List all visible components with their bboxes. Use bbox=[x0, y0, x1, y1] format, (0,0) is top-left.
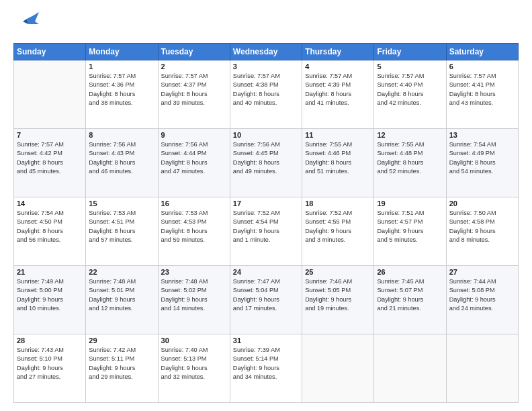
day-info: Sunrise: 7:52 AMSunset: 4:54 PMDaylight:… bbox=[233, 209, 299, 244]
day-cell bbox=[374, 334, 446, 403]
day-cell: 27Sunrise: 7:44 AMSunset: 5:08 PMDayligh… bbox=[446, 266, 518, 334]
day-cell: 21Sunrise: 7:49 AMSunset: 5:00 PMDayligh… bbox=[14, 266, 86, 334]
day-cell: 16Sunrise: 7:53 AMSunset: 4:53 PMDayligh… bbox=[158, 197, 230, 266]
day-cell: 7Sunrise: 7:57 AMSunset: 4:42 PMDaylight… bbox=[14, 129, 86, 197]
day-number: 25 bbox=[305, 268, 371, 276]
day-number: 30 bbox=[161, 336, 227, 345]
week-row-5: 28Sunrise: 7:43 AMSunset: 5:10 PMDayligh… bbox=[14, 334, 519, 403]
day-info: Sunrise: 7:57 AMSunset: 4:42 PMDaylight:… bbox=[17, 140, 83, 176]
day-number: 21 bbox=[17, 268, 83, 276]
day-info: Sunrise: 7:39 AMSunset: 5:14 PMDaylight:… bbox=[233, 346, 299, 381]
day-cell bbox=[302, 334, 374, 403]
day-cell: 19Sunrise: 7:51 AMSunset: 4:57 PMDayligh… bbox=[374, 197, 446, 266]
day-cell: 5Sunrise: 7:57 AMSunset: 4:40 PMDaylight… bbox=[374, 60, 446, 129]
day-number: 16 bbox=[161, 199, 227, 208]
calendar-header: SundayMondayTuesdayWednesdayThursdayFrid… bbox=[14, 44, 519, 60]
day-info: Sunrise: 7:48 AMSunset: 5:02 PMDaylight:… bbox=[161, 277, 227, 313]
day-number: 17 bbox=[233, 199, 299, 208]
day-cell: 24Sunrise: 7:47 AMSunset: 5:04 PMDayligh… bbox=[230, 266, 302, 334]
header bbox=[13, 12, 519, 38]
day-number: 2 bbox=[161, 62, 227, 71]
day-cell: 26Sunrise: 7:45 AMSunset: 5:07 PMDayligh… bbox=[374, 266, 446, 334]
calendar-table: SundayMondayTuesdayWednesdayThursdayFrid… bbox=[13, 43, 519, 403]
day-number: 13 bbox=[449, 131, 515, 139]
day-cell: 22Sunrise: 7:48 AMSunset: 5:01 PMDayligh… bbox=[86, 266, 158, 334]
day-cell: 23Sunrise: 7:48 AMSunset: 5:02 PMDayligh… bbox=[158, 266, 230, 334]
day-number: 29 bbox=[89, 336, 154, 345]
day-info: Sunrise: 7:52 AMSunset: 4:55 PMDaylight:… bbox=[305, 209, 371, 244]
day-info: Sunrise: 7:56 AMSunset: 4:45 PMDaylight:… bbox=[233, 140, 299, 176]
day-info: Sunrise: 7:44 AMSunset: 5:08 PMDaylight:… bbox=[449, 277, 515, 313]
day-number: 14 bbox=[17, 199, 83, 208]
day-info: Sunrise: 7:43 AMSunset: 5:10 PMDaylight:… bbox=[17, 346, 83, 381]
day-info: Sunrise: 7:45 AMSunset: 5:07 PMDaylight:… bbox=[377, 277, 443, 313]
week-row-2: 7Sunrise: 7:57 AMSunset: 4:42 PMDaylight… bbox=[14, 129, 519, 197]
day-info: Sunrise: 7:51 AMSunset: 4:57 PMDaylight:… bbox=[377, 209, 443, 244]
day-number: 12 bbox=[377, 131, 443, 139]
day-number: 15 bbox=[89, 199, 154, 208]
day-info: Sunrise: 7:54 AMSunset: 4:50 PMDaylight:… bbox=[17, 209, 83, 244]
day-info: Sunrise: 7:57 AMSunset: 4:40 PMDaylight:… bbox=[377, 72, 443, 107]
day-cell: 8Sunrise: 7:56 AMSunset: 4:43 PMDaylight… bbox=[86, 129, 158, 197]
day-info: Sunrise: 7:55 AMSunset: 4:48 PMDaylight:… bbox=[377, 140, 443, 176]
day-number: 24 bbox=[233, 268, 299, 276]
page: SundayMondayTuesdayWednesdayThursdayFrid… bbox=[0, 0, 532, 411]
day-cell: 31Sunrise: 7:39 AMSunset: 5:14 PMDayligh… bbox=[230, 334, 302, 403]
day-cell: 20Sunrise: 7:50 AMSunset: 4:58 PMDayligh… bbox=[446, 197, 518, 266]
header-cell-tuesday: Tuesday bbox=[158, 44, 230, 60]
day-cell: 11Sunrise: 7:55 AMSunset: 4:46 PMDayligh… bbox=[302, 129, 374, 197]
day-cell: 28Sunrise: 7:43 AMSunset: 5:10 PMDayligh… bbox=[14, 334, 86, 403]
calendar-body: 1Sunrise: 7:57 AMSunset: 4:36 PMDaylight… bbox=[14, 60, 519, 403]
day-info: Sunrise: 7:57 AMSunset: 4:36 PMDaylight:… bbox=[89, 72, 154, 107]
day-number: 10 bbox=[233, 131, 299, 139]
day-number: 5 bbox=[377, 62, 443, 71]
day-number: 8 bbox=[89, 131, 154, 139]
day-cell: 13Sunrise: 7:54 AMSunset: 4:49 PMDayligh… bbox=[446, 129, 518, 197]
day-info: Sunrise: 7:46 AMSunset: 5:05 PMDaylight:… bbox=[305, 277, 371, 313]
day-cell: 12Sunrise: 7:55 AMSunset: 4:48 PMDayligh… bbox=[374, 129, 446, 197]
day-number: 6 bbox=[449, 62, 515, 71]
day-info: Sunrise: 7:53 AMSunset: 4:53 PMDaylight:… bbox=[161, 209, 227, 244]
header-cell-wednesday: Wednesday bbox=[230, 44, 302, 60]
day-number: 1 bbox=[89, 62, 154, 71]
day-info: Sunrise: 7:57 AMSunset: 4:39 PMDaylight:… bbox=[305, 72, 371, 107]
header-cell-thursday: Thursday bbox=[302, 44, 374, 60]
day-number: 26 bbox=[377, 268, 443, 276]
day-cell: 1Sunrise: 7:57 AMSunset: 4:36 PMDaylight… bbox=[86, 60, 158, 129]
day-info: Sunrise: 7:40 AMSunset: 5:13 PMDaylight:… bbox=[161, 346, 227, 381]
day-number: 19 bbox=[377, 199, 443, 208]
week-row-3: 14Sunrise: 7:54 AMSunset: 4:50 PMDayligh… bbox=[14, 197, 519, 266]
day-cell: 10Sunrise: 7:56 AMSunset: 4:45 PMDayligh… bbox=[230, 129, 302, 197]
day-cell: 4Sunrise: 7:57 AMSunset: 4:39 PMDaylight… bbox=[302, 60, 374, 129]
day-info: Sunrise: 7:53 AMSunset: 4:51 PMDaylight:… bbox=[89, 209, 154, 244]
day-number: 3 bbox=[233, 62, 299, 71]
day-number: 18 bbox=[305, 199, 371, 208]
header-cell-sunday: Sunday bbox=[14, 44, 86, 60]
day-info: Sunrise: 7:56 AMSunset: 4:44 PMDaylight:… bbox=[161, 140, 227, 176]
logo bbox=[13, 12, 40, 38]
day-number: 4 bbox=[305, 62, 371, 71]
day-number: 28 bbox=[17, 336, 83, 345]
header-row: SundayMondayTuesdayWednesdayThursdayFrid… bbox=[14, 44, 519, 60]
day-info: Sunrise: 7:54 AMSunset: 4:49 PMDaylight:… bbox=[449, 140, 515, 176]
day-info: Sunrise: 7:57 AMSunset: 4:41 PMDaylight:… bbox=[449, 72, 515, 107]
day-cell bbox=[446, 334, 518, 403]
day-number: 22 bbox=[89, 268, 154, 276]
day-number: 23 bbox=[161, 268, 227, 276]
day-cell: 30Sunrise: 7:40 AMSunset: 5:13 PMDayligh… bbox=[158, 334, 230, 403]
day-cell: 9Sunrise: 7:56 AMSunset: 4:44 PMDaylight… bbox=[158, 129, 230, 197]
day-cell: 14Sunrise: 7:54 AMSunset: 4:50 PMDayligh… bbox=[14, 197, 86, 266]
day-cell: 2Sunrise: 7:57 AMSunset: 4:37 PMDaylight… bbox=[158, 60, 230, 129]
day-number: 20 bbox=[449, 199, 515, 208]
day-number: 7 bbox=[17, 131, 83, 139]
header-cell-friday: Friday bbox=[374, 44, 446, 60]
day-info: Sunrise: 7:57 AMSunset: 4:37 PMDaylight:… bbox=[161, 72, 227, 107]
day-cell: 18Sunrise: 7:52 AMSunset: 4:55 PMDayligh… bbox=[302, 197, 374, 266]
day-cell: 17Sunrise: 7:52 AMSunset: 4:54 PMDayligh… bbox=[230, 197, 302, 266]
svg-marker-0 bbox=[27, 12, 39, 24]
header-cell-saturday: Saturday bbox=[446, 44, 518, 60]
day-cell: 25Sunrise: 7:46 AMSunset: 5:05 PMDayligh… bbox=[302, 266, 374, 334]
day-info: Sunrise: 7:57 AMSunset: 4:38 PMDaylight:… bbox=[233, 72, 299, 107]
day-info: Sunrise: 7:47 AMSunset: 5:04 PMDaylight:… bbox=[233, 277, 299, 313]
day-info: Sunrise: 7:48 AMSunset: 5:01 PMDaylight:… bbox=[89, 277, 154, 313]
